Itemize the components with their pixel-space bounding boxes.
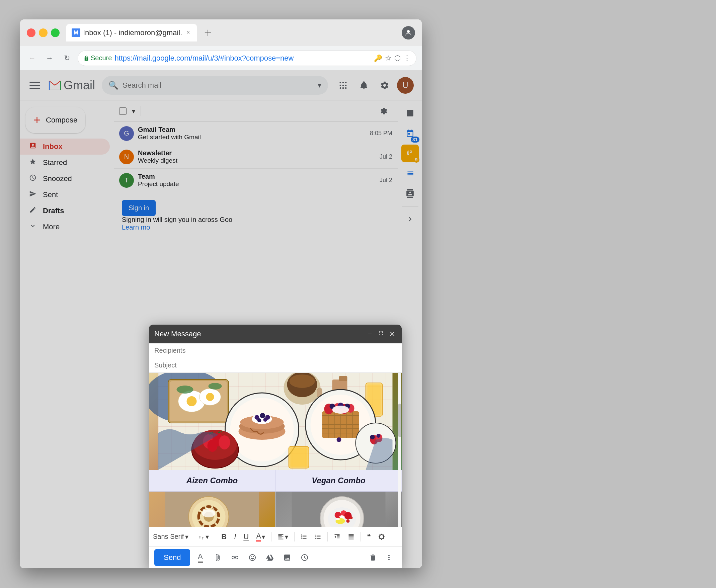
search-input[interactable] [123,81,314,90]
compose-button[interactable]: + Compose [25,107,85,133]
svg-point-24 [209,383,222,390]
svg-point-7 [342,84,344,86]
email-avatar: G [119,126,134,141]
quote-button[interactable]: ❝ [364,530,374,543]
right-panel-apps-icon[interactable] [401,104,419,122]
close-button[interactable] [27,28,36,37]
food-combos-section: Aizen Combo Vegan Combo [149,470,402,491]
learn-more-link[interactable]: Learn mo [122,224,150,231]
font-size-button[interactable]: TT ▾ [195,530,212,543]
attach-file-button[interactable] [210,550,225,565]
separator [215,532,215,542]
underline-button[interactable]: U [241,530,251,543]
menu-icon[interactable]: ⋮ [403,54,411,63]
select-all-checkbox[interactable] [119,107,127,115]
contacts-icon[interactable] [401,185,419,202]
inbox-icon [28,142,38,151]
align-button[interactable]: ▾ [275,530,291,543]
search-bar[interactable]: 🔍 ▾ [102,76,328,95]
separator [192,532,192,542]
starred-label: Starred [43,158,67,167]
insert-link-button[interactable] [228,550,243,565]
settings-btn[interactable] [376,103,392,120]
recipients-field[interactable] [149,343,402,358]
settings-button[interactable] [376,77,393,94]
food-item-left [149,491,275,527]
chrome-profile-icon[interactable] [402,26,415,40]
menu-line [29,82,40,83]
sidebar-item-inbox[interactable]: Inbox [20,139,110,154]
compose-scrollbar[interactable] [398,373,401,527]
email-sender: Newsletter [138,149,376,157]
reload-button[interactable]: ↻ [60,51,73,65]
compose-close-button[interactable]: × [388,327,396,341]
back-button[interactable]: ← [25,51,39,65]
email-sender: Gmail Team [138,126,366,133]
recipients-input[interactable] [154,347,396,354]
italic-button[interactable]: I [231,530,239,543]
address-bar: ← → ↻ Secure https://mail.google.com/mai… [20,46,422,70]
subject-field[interactable] [149,358,402,373]
fullscreen-button[interactable] [51,28,60,37]
subject-input[interactable] [154,361,396,369]
select-dropdown[interactable]: ▾ [129,105,138,118]
increase-indent-button[interactable] [345,530,357,543]
compose-expand-button[interactable] [376,328,386,340]
text-formatting-button[interactable]: A [193,550,208,565]
email-item-3[interactable]: T Team Project update Jul 2 [114,169,398,192]
insert-photo-button[interactable] [280,550,295,565]
sign-in-button[interactable]: Sign in [122,200,156,216]
decrease-indent-button[interactable] [331,530,343,543]
minimize-button[interactable] [39,28,47,37]
forward-button[interactable]: → [43,51,56,65]
bold-button[interactable]: B [218,530,229,543]
google-drive-button[interactable] [262,550,277,565]
drafts-icon [28,206,38,215]
svg-point-6 [340,84,341,86]
tab-close-button[interactable]: × [185,29,191,36]
delete-draft-button[interactable] [365,550,380,565]
url-bar[interactable]: Secure https://mail.google.com/mail/u/3/… [78,50,416,66]
svg-point-76 [219,435,230,449]
sidebar-item-drafts[interactable]: Drafts [20,203,110,219]
hamburger-menu[interactable] [28,79,42,92]
compose-body[interactable]: Aizen Combo Vegan Combo [149,373,402,527]
text-color-button[interactable]: A ▾ [253,530,268,543]
user-avatar[interactable]: U [397,77,414,94]
starred-icon [28,158,38,167]
sidebar-item-sent[interactable]: Sent [20,187,110,203]
insert-emoji-button[interactable] [245,550,260,565]
email-item-1[interactable]: G Gmail Team Get started with Gmail 8:05… [114,122,398,145]
numbered-list-button[interactable] [298,530,310,543]
apps-button[interactable] [335,77,352,94]
more-options-button[interactable] [382,550,396,565]
compose-scrollbar-thumb[interactable] [398,404,401,437]
remove-format-button[interactable] [376,530,387,543]
cast-icon[interactable]: ⬡ [394,54,401,63]
expand-panel-icon[interactable] [401,210,419,228]
sidebar-item-starred[interactable]: Starred [20,154,110,171]
menu-line [29,88,40,89]
active-tab[interactable]: M Inbox (1) - indiemoron@gmail. × [66,24,197,42]
svg-point-11 [345,87,347,89]
sent-label: Sent [43,190,58,199]
email-avatar: N [119,150,134,164]
url-actions: 🔑 ☆ ⬡ ⋮ [374,54,411,63]
sidebar-item-snoozed[interactable]: Snoozed [20,171,110,187]
search-expand-icon[interactable]: ▾ [318,81,321,90]
email-item-2[interactable]: N Newsletter Weekly digest Jul 2 [114,145,398,169]
svg-point-44 [264,418,268,422]
compose-plus-icon: + [34,113,41,127]
svg-point-4 [342,82,344,83]
schedule-send-button[interactable] [297,550,312,565]
svg-point-66 [332,406,349,414]
tasks-icon[interactable] [401,165,419,182]
bullet-list-button[interactable] [312,530,324,543]
sidebar-item-more[interactable]: More [20,219,110,235]
notifications-button[interactable] [356,77,372,94]
send-button[interactable]: Send [154,549,190,566]
bookmark-icon[interactable]: ☆ [385,54,392,63]
compose-minimize-button[interactable]: − [366,328,374,340]
font-family-select[interactable]: Sans Serif ▾ [153,530,188,543]
new-tab-button[interactable] [199,24,216,41]
